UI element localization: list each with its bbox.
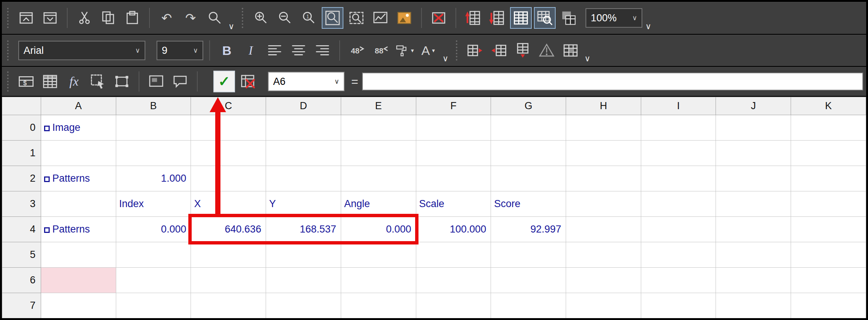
cell-D0[interactable] [266, 115, 341, 141]
column-header-J[interactable]: J [716, 97, 791, 115]
object-marker-icon[interactable] [44, 126, 50, 131]
warning-button[interactable] [536, 40, 557, 61]
cell-F5[interactable] [416, 242, 491, 268]
comment-button[interactable] [169, 71, 191, 92]
undo-button[interactable]: ↶ [156, 7, 177, 29]
cell-J2[interactable] [716, 166, 791, 191]
cell-I0[interactable] [641, 115, 716, 141]
function-button[interactable]: fx [63, 71, 85, 92]
overlay-graphics-button[interactable] [145, 71, 167, 92]
cell-K1[interactable] [791, 141, 866, 166]
cell-B4[interactable]: 0.000 [116, 217, 191, 242]
cell-E1[interactable] [341, 141, 416, 166]
cell-H5[interactable] [566, 242, 641, 268]
cell-G4[interactable]: 92.997 [491, 217, 566, 242]
cell-F3[interactable]: Scale [416, 191, 491, 217]
cell-G0[interactable] [491, 115, 566, 141]
overlay-view-button[interactable] [534, 7, 556, 29]
cell-E5[interactable] [341, 242, 416, 268]
column-header-H[interactable]: H [566, 97, 641, 115]
column-header-A[interactable]: A [41, 97, 116, 115]
cell-A7[interactable] [41, 293, 116, 319]
cell-J6[interactable] [716, 268, 791, 293]
paste-button[interactable] [121, 7, 143, 29]
redo-button[interactable]: ↷ [180, 7, 201, 29]
cell-E0[interactable] [341, 115, 416, 141]
cell-state-button[interactable] [560, 40, 581, 61]
column-header-D[interactable]: D [266, 97, 341, 115]
cell-A5[interactable] [41, 242, 116, 268]
cell-B0[interactable] [116, 115, 191, 141]
cell-C1[interactable] [191, 141, 266, 166]
snippet-button[interactable] [558, 7, 580, 29]
formula-input[interactable] [362, 73, 863, 90]
cell-A6[interactable] [41, 268, 116, 293]
find-button[interactable] [204, 7, 225, 29]
format-cells-button[interactable]: $ [15, 71, 37, 92]
toolbar-overflow-button[interactable]: ∨ [645, 22, 654, 34]
cell-G3[interactable]: Score [491, 191, 566, 217]
cell-C6[interactable] [191, 268, 266, 293]
cell-A0[interactable]: Image [41, 115, 116, 141]
cell-A2[interactable]: Patterns [41, 166, 116, 191]
cell-B7[interactable] [116, 293, 191, 319]
cell-K4[interactable] [791, 217, 866, 242]
cell-F2[interactable] [416, 166, 491, 191]
cell-C7[interactable] [191, 293, 266, 319]
decrease-decimal-button[interactable]: 88 [370, 40, 392, 61]
toolbar-overflow-button[interactable]: ∨ [442, 54, 451, 66]
row-header-5[interactable]: 5 [2, 242, 41, 268]
cell-B6[interactable] [116, 268, 191, 293]
cell-F1[interactable] [416, 141, 491, 166]
toolbar-grip[interactable] [242, 8, 244, 28]
cell-H1[interactable] [566, 141, 641, 166]
toolbar-grip[interactable] [456, 40, 458, 61]
cell-J5[interactable] [716, 242, 791, 268]
zoom-in-button[interactable] [250, 7, 272, 29]
row-header-0[interactable]: 0 [2, 115, 41, 141]
cell-J7[interactable] [716, 293, 791, 319]
cell-K7[interactable] [791, 293, 866, 319]
cell-G2[interactable] [491, 166, 566, 191]
column-header-K[interactable]: K [791, 97, 866, 115]
cell-K6[interactable] [791, 268, 866, 293]
cell-E7[interactable] [341, 293, 416, 319]
cell-J1[interactable] [716, 141, 791, 166]
cell-F6[interactable] [416, 268, 491, 293]
cell-G7[interactable] [491, 293, 566, 319]
cell-A4[interactable]: Patterns [41, 217, 116, 242]
toolbar-grip[interactable] [7, 40, 9, 61]
cell-I4[interactable] [641, 217, 716, 242]
delete-row-button[interactable] [486, 7, 508, 29]
cell-B1[interactable] [116, 141, 191, 166]
cell-F7[interactable] [416, 293, 491, 319]
zoom-level-select[interactable]: 100% ∨ [586, 8, 642, 28]
zoom-fit-button[interactable] [346, 7, 367, 29]
object-marker-icon[interactable] [44, 176, 50, 182]
delete-image-button[interactable] [428, 7, 450, 29]
row-header-1[interactable]: 1 [2, 141, 41, 166]
zoom-1to1-button[interactable]: 1 [298, 7, 319, 29]
column-header-G[interactable]: G [491, 97, 566, 115]
cell-K3[interactable] [791, 191, 866, 217]
cell-A1[interactable] [41, 141, 116, 166]
cell-F4[interactable]: 100.000 [416, 217, 491, 242]
cell-B5[interactable] [116, 242, 191, 268]
cell-C3[interactable]: X [191, 191, 266, 217]
bold-button[interactable]: B [216, 40, 238, 61]
cell-K5[interactable] [791, 242, 866, 268]
column-header-C[interactable]: C [191, 97, 266, 115]
toolbar-grip[interactable] [7, 8, 9, 28]
cell-D2[interactable] [266, 166, 341, 191]
row-header-3[interactable]: 3 [2, 191, 41, 217]
cell-C4[interactable]: 640.636 [191, 217, 266, 242]
select-region-button[interactable] [87, 71, 109, 92]
cell-C2[interactable] [191, 166, 266, 191]
cell-G1[interactable] [491, 141, 566, 166]
handles-button[interactable] [111, 71, 133, 92]
cell-I2[interactable] [641, 166, 716, 191]
align-center-button[interactable] [288, 40, 309, 61]
zoom-region-button[interactable] [322, 7, 343, 29]
table-button[interactable] [39, 71, 61, 92]
cell-H0[interactable] [566, 115, 641, 141]
